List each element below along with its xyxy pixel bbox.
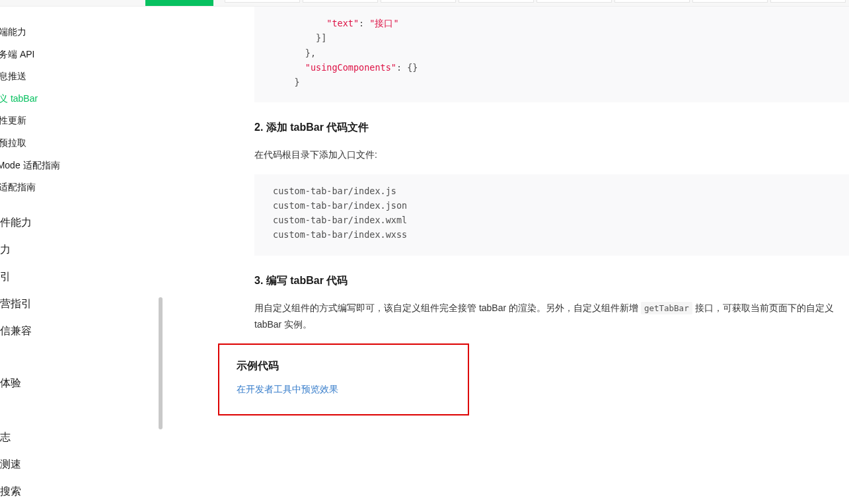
sidebar-group[interactable]: 日志: [0, 423, 161, 450]
sidebar-group[interactable]: 指引: [0, 262, 161, 289]
top-bar: [0, 0, 849, 7]
code-block-json-config: "text": "接口" }] }, "usingComponents": {}…: [254, 7, 849, 102]
active-tab-indicator: [145, 0, 213, 6]
section-heading-3: 3. 编写 tabBar 代码: [254, 274, 849, 288]
sidebar-group[interactable]: 能力: [0, 235, 161, 262]
sidebar-item-custom-tabbar[interactable]: 定义 tabBar: [0, 88, 161, 110]
sidebar-item[interactable]: 据预拉取: [0, 132, 161, 155]
sidebar-item[interactable]: 服务端 API: [0, 44, 161, 66]
sidebar-item[interactable]: rkMode 适配指南: [0, 155, 161, 177]
top-tab[interactable]: [614, 0, 690, 3]
top-tabs[interactable]: [225, 0, 846, 3]
sidebar-group[interactable]: 硬件能力: [0, 208, 161, 235]
sidebar-group[interactable]: 库搜索: [0, 477, 161, 504]
sidebar-group[interactable]: 序测速: [0, 450, 161, 477]
sidebar-item[interactable]: 务端能力: [0, 21, 161, 44]
top-tab[interactable]: [381, 0, 456, 3]
sidebar-group[interactable]: 库: [0, 396, 161, 423]
top-tab[interactable]: [459, 0, 534, 3]
top-tab[interactable]: [536, 0, 612, 3]
example-preview-link[interactable]: 在开发者工具中预览效果: [237, 384, 451, 396]
top-tab[interactable]: [770, 0, 846, 3]
sidebar-scrollbar[interactable]: [159, 7, 163, 504]
main-content: "text": "接口" }] }, "usingComponents": {}…: [162, 7, 849, 504]
sidebar-item[interactable]: 期性更新: [0, 110, 161, 132]
sidebar-group[interactable]: 微信兼容: [0, 316, 161, 343]
section-heading-2: 2. 添加 tabBar 代码文件: [254, 121, 849, 135]
section-text-2: 在代码根目录下添加入口文件:: [254, 147, 849, 163]
top-tab[interactable]: [225, 0, 300, 3]
section-text-3: 用自定义组件的方式编写即可，该自定义组件完全接管 tabBar 的渲染。另外，自…: [254, 300, 849, 333]
sidebar-scrollbar-thumb[interactable]: [159, 297, 163, 429]
inline-code-gettabbar: getTabBar: [641, 302, 692, 314]
sidebar: 务端能力 服务端 API 消息推送 定义 tabBar 期性更新 据预拉取 rk…: [0, 7, 162, 504]
sidebar-item[interactable]: 屏适配指南: [0, 176, 161, 199]
code-block-files: custom-tab-bar/index.js custom-tab-bar/i…: [254, 174, 849, 256]
example-title: 示例代码: [237, 359, 451, 373]
example-code-box: 示例代码 在开发者工具中预览效果: [218, 343, 469, 415]
top-tab[interactable]: [303, 0, 378, 3]
sidebar-group[interactable]: 与体验: [0, 369, 161, 396]
sidebar-group[interactable]: 运营指引: [0, 289, 161, 316]
top-tab[interactable]: [692, 0, 768, 3]
sidebar-item[interactable]: 消息推送: [0, 65, 161, 88]
